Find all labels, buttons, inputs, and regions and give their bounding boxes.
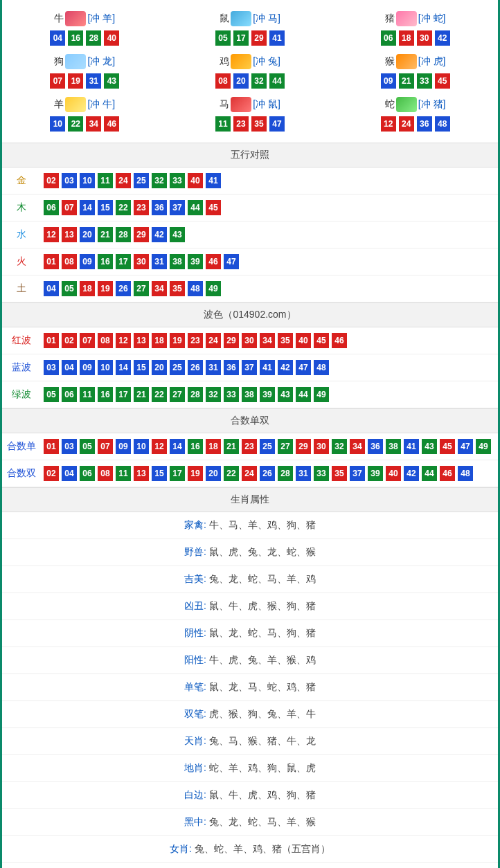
number-ball: 26	[116, 281, 131, 296]
number-ball: 21	[98, 227, 113, 242]
number-ball: 38	[170, 254, 185, 269]
table-row: 土04051819262734354849	[2, 275, 498, 302]
number-ball: 08	[98, 466, 113, 481]
zodiac-name: 鼠	[220, 12, 229, 25]
zodiac-conflict: [冲 龙]	[87, 55, 115, 68]
number-ball: 28	[278, 466, 293, 481]
number-ball: 05	[80, 439, 95, 454]
number-ball: 01	[44, 254, 59, 269]
number-ball: 27	[170, 387, 185, 402]
attr-row: 白边: 鼠、牛、虎、鸡、狗、猪	[2, 782, 498, 809]
number-ball: 22	[68, 116, 83, 132]
attr-row: 天肖: 兔、马、猴、猪、牛、龙	[2, 728, 498, 755]
number-ball: 46	[104, 116, 119, 132]
attr-row: 阴性: 鼠、龙、蛇、马、狗、猪	[2, 620, 498, 647]
zodiac-grid: 牛[冲 羊]04162840鼠[冲 马]05172941猪[冲 蛇]061830…	[2, 0, 498, 143]
number-ball: 39	[188, 254, 203, 269]
number-ball: 18	[152, 333, 167, 348]
attr-row: 单笔: 鼠、龙、马、蛇、鸡、猪	[2, 674, 498, 701]
row-label: 绿波	[2, 388, 41, 401]
number-ball: 24	[242, 466, 257, 481]
number-ball: 07	[80, 333, 95, 348]
row-label: 水	[2, 228, 41, 241]
number-ball: 20	[233, 73, 249, 89]
attr-val: 鼠、龙、马、蛇、鸡、猪	[209, 681, 316, 692]
zodiac-cell: 鼠[冲 马]05172941	[168, 7, 333, 50]
zodiac-name: 狗	[54, 55, 64, 68]
number-ball: 02	[44, 173, 59, 188]
number-ball: 13	[62, 227, 77, 242]
attr-val: 蛇、羊、鸡、狗、鼠、虎	[209, 762, 316, 773]
number-ball: 48	[435, 116, 450, 132]
zodiac-name: 牛	[54, 12, 64, 25]
number-ball: 06	[62, 387, 77, 402]
table-row: 火0108091617303138394647	[2, 248, 498, 275]
number-ball: 36	[368, 439, 383, 454]
number-ball: 20	[206, 466, 221, 481]
zodiac-numbers: 05172941	[215, 30, 285, 46]
number-ball: 34	[152, 281, 167, 296]
number-ball: 41	[260, 360, 275, 375]
number-ball: 20	[80, 227, 95, 242]
number-ball: 47	[296, 360, 311, 375]
number-ball: 37	[170, 200, 185, 215]
attr-val: 鼠、虎、兔、龙、蛇、猴	[209, 546, 316, 557]
number-ball: 03	[44, 360, 59, 375]
zodiac-icon	[396, 54, 417, 69]
zodiac-icon	[396, 97, 417, 112]
attr-key: 野兽:	[184, 546, 206, 557]
number-ball: 30	[242, 333, 257, 348]
zodiac-icon	[231, 54, 251, 69]
zodiac-conflict: [冲 鼠]	[253, 98, 280, 111]
number-ball: 23	[242, 439, 257, 454]
number-ball: 10	[50, 116, 65, 132]
table-row: 合数双0204060811131517192022242628313335373…	[2, 460, 498, 487]
number-ball: 29	[134, 227, 149, 242]
number-ball: 19	[68, 73, 83, 89]
section-header-shuxing: 生肖属性	[2, 487, 498, 512]
zodiac-numbers: 12243648	[381, 116, 450, 132]
attr-row: 地肖: 蛇、羊、鸡、狗、鼠、虎	[2, 755, 498, 782]
attr-row: 凶丑: 鼠、牛、虎、猴、狗、猪	[2, 593, 498, 620]
number-ball: 21	[224, 439, 239, 454]
attr-row: 双笔: 虎、猴、狗、兔、羊、牛	[2, 701, 498, 728]
number-ball: 48	[314, 360, 329, 375]
number-ball: 21	[134, 387, 149, 402]
shuxing-table: 家禽: 牛、马、羊、鸡、狗、猪野兽: 鼠、虎、兔、龙、蛇、猴吉美: 兔、龙、蛇、…	[2, 512, 498, 868]
row-label: 木	[2, 201, 41, 214]
number-ball: 25	[134, 173, 149, 188]
zodiac-cell: 猴[冲 虎]09213345	[332, 50, 498, 93]
attr-row: 女肖: 兔、蛇、羊、鸡、猪（五宫肖）	[2, 836, 498, 863]
zodiac-conflict: [冲 马]	[253, 12, 280, 25]
number-ball: 14	[116, 360, 131, 375]
number-ball: 18	[399, 30, 414, 46]
zodiac-icon	[231, 11, 251, 26]
attr-val: 鼠、牛、虎、猴、狗、猪	[209, 600, 316, 611]
number-ball: 27	[134, 281, 149, 296]
number-ball: 42	[152, 227, 167, 242]
zodiac-conflict: [冲 蛇]	[418, 12, 446, 25]
zodiac-name: 猪	[385, 12, 395, 25]
number-ball: 41	[206, 173, 221, 188]
row-balls: 1213202128294243	[41, 227, 185, 242]
number-ball: 33	[224, 387, 239, 402]
number-ball: 45	[440, 439, 455, 454]
number-ball: 35	[251, 116, 267, 132]
number-ball: 28	[116, 227, 131, 242]
zodiac-cell: 马[冲 鼠]11233547	[168, 93, 333, 136]
zodiac-conflict: [冲 牛]	[87, 98, 115, 111]
number-ball: 27	[278, 439, 293, 454]
number-ball: 23	[134, 200, 149, 215]
number-ball: 06	[44, 200, 59, 215]
zodiac-numbers: 09213345	[381, 73, 450, 89]
attr-val: 牛、马、羊、鸡、狗、猪	[209, 519, 316, 530]
number-ball: 32	[152, 173, 167, 188]
table-row: 红波0102070812131819232429303435404546	[2, 327, 498, 354]
number-ball: 44	[188, 200, 203, 215]
number-ball: 40	[104, 30, 119, 46]
number-ball: 42	[404, 466, 419, 481]
zodiac-icon	[231, 97, 251, 112]
number-ball: 06	[381, 30, 396, 46]
number-ball: 06	[80, 466, 95, 481]
number-ball: 08	[215, 73, 231, 89]
